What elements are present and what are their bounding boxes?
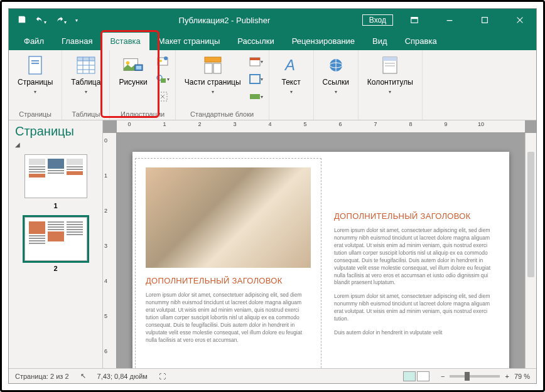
doc-heading-1: ДОПОЛНИТЕЛЬНЫЙ ЗАГОЛОВОК bbox=[146, 275, 311, 287]
table-label: Таблица bbox=[71, 78, 100, 87]
zoom-in-button[interactable]: + bbox=[505, 373, 509, 380]
doc-body-2: Lorem ipsum dolor sit amet, consectetuer… bbox=[334, 227, 499, 287]
group-links-label bbox=[319, 117, 353, 120]
svg-rect-25 bbox=[205, 63, 212, 73]
headerfooter-label: Колонтитулы bbox=[367, 78, 413, 87]
zoom-out-button[interactable]: − bbox=[441, 373, 445, 380]
qat-customize-icon[interactable]: ▾ bbox=[75, 18, 78, 23]
doc-body-4: Duis autem dolor in hendrerit in vulputa… bbox=[334, 329, 499, 337]
tab-mailings[interactable]: Рассылки bbox=[229, 33, 283, 50]
headerfooter-button[interactable]: Колонтитулы ▾ bbox=[364, 53, 417, 97]
svg-text:A: A bbox=[284, 56, 295, 73]
cursor-icon: ↖ bbox=[80, 372, 86, 380]
doc-body-3: Lorem ipsum dolor sit amet, consectetuer… bbox=[334, 293, 499, 323]
svg-rect-17 bbox=[136, 66, 141, 70]
zoom-slider[interactable] bbox=[450, 375, 500, 378]
ribbon-display-icon[interactable] bbox=[401, 9, 428, 31]
pictures-label: Рисунки bbox=[119, 78, 147, 87]
svg-rect-3 bbox=[482, 18, 488, 23]
thumb-2-number: 2 bbox=[15, 265, 96, 272]
tab-file[interactable]: Файл bbox=[15, 33, 53, 50]
maximize-icon[interactable] bbox=[471, 9, 499, 31]
pictures-button[interactable]: Рисунки bbox=[115, 53, 151, 89]
redo-icon[interactable]: ▾ bbox=[55, 15, 67, 26]
scrollbar-vertical[interactable] bbox=[525, 133, 536, 368]
svg-rect-5 bbox=[31, 60, 39, 61]
svg-rect-22 bbox=[161, 78, 166, 83]
doc-heading-2: ДОПОЛНИТЕЛЬНЫЙ ЗАГОЛОВОК bbox=[334, 211, 499, 222]
document-page[interactable]: ДОПОЛНИТЕЛЬНЫЙ ЗАГОЛОВОК Lorem ipsum dol… bbox=[132, 152, 509, 368]
borders-button[interactable]: ▾ bbox=[249, 72, 264, 87]
svg-rect-13 bbox=[77, 57, 95, 61]
links-label: Ссылки bbox=[323, 78, 349, 87]
picture-placeholder-button[interactable] bbox=[155, 89, 170, 104]
ruler-vertical: 01234567 bbox=[103, 133, 117, 368]
shapes-button[interactable]: ▾ bbox=[155, 72, 170, 87]
svg-point-20 bbox=[164, 56, 168, 60]
svg-rect-4 bbox=[29, 56, 41, 74]
pages-label: Страницы bbox=[18, 78, 53, 87]
minimize-icon[interactable] bbox=[436, 9, 463, 31]
group-headerfooter-label bbox=[364, 117, 417, 120]
group-buildingblocks-label: Стандартные блоки bbox=[181, 109, 264, 120]
page-image bbox=[146, 167, 311, 268]
status-size-icon: ⛶ bbox=[159, 373, 166, 380]
view-spread-button[interactable] bbox=[417, 371, 429, 381]
tab-view[interactable]: Вид bbox=[364, 33, 396, 50]
svg-rect-2 bbox=[447, 20, 453, 21]
page-parts-icon bbox=[203, 55, 223, 75]
text-label: Текст bbox=[281, 78, 300, 87]
page-parts-button[interactable]: Части страницы ▾ bbox=[181, 53, 245, 97]
links-button[interactable]: Ссылки ▾ bbox=[319, 53, 353, 97]
svg-rect-24 bbox=[205, 57, 221, 62]
doc-body-1: Lorem ipsum dolor sit amet, consectetuer… bbox=[146, 292, 311, 344]
table-button[interactable]: Таблица ▾ bbox=[67, 53, 104, 97]
sidepanel-title: Страницы bbox=[15, 124, 96, 139]
tab-help[interactable]: Справка bbox=[396, 33, 446, 50]
svg-rect-6 bbox=[31, 63, 39, 64]
group-tables-label: Таблицы bbox=[67, 109, 104, 120]
save-icon[interactable] bbox=[18, 15, 26, 26]
signin-button[interactable]: Вход bbox=[362, 14, 393, 26]
table-icon bbox=[76, 55, 96, 75]
group-text-label bbox=[274, 117, 308, 120]
svg-rect-30 bbox=[250, 94, 260, 99]
group-illustrations-label: Иллюстрации bbox=[115, 109, 170, 120]
page-parts-label: Части страницы bbox=[185, 78, 241, 87]
text-icon: A bbox=[281, 55, 301, 75]
calendars-button[interactable]: ▾ bbox=[249, 54, 264, 69]
svg-point-19 bbox=[159, 60, 162, 62]
page-icon bbox=[25, 55, 45, 75]
group-pages-label: Страницы bbox=[14, 109, 57, 120]
tab-review[interactable]: Рецензирование bbox=[283, 33, 364, 50]
svg-rect-29 bbox=[250, 75, 260, 83]
page-thumbnail-1[interactable] bbox=[24, 154, 87, 198]
svg-rect-1 bbox=[411, 18, 418, 19]
status-page[interactable]: Страница: 2 из 2 bbox=[15, 373, 69, 380]
close-icon[interactable] bbox=[506, 9, 534, 31]
headerfooter-icon bbox=[380, 55, 400, 75]
svg-rect-36 bbox=[383, 57, 397, 61]
pages-button[interactable]: Страницы ▾ bbox=[14, 53, 57, 97]
tab-insert[interactable]: Вставка bbox=[101, 33, 149, 50]
thumb-1-number: 1 bbox=[15, 202, 96, 209]
page-thumbnail-2[interactable] bbox=[24, 217, 87, 261]
tab-home[interactable]: Главная bbox=[53, 33, 101, 50]
svg-rect-26 bbox=[213, 63, 221, 73]
undo-icon[interactable]: ▾ bbox=[35, 15, 46, 26]
pictures-icon bbox=[123, 55, 143, 75]
zoom-value[interactable]: 79 % bbox=[514, 373, 530, 380]
text-button[interactable]: A Текст ▾ bbox=[274, 53, 308, 97]
advertisements-button[interactable]: ▾ bbox=[249, 89, 264, 104]
tab-layout[interactable]: Макет страницы bbox=[149, 33, 229, 50]
online-pictures-button[interactable] bbox=[155, 54, 170, 69]
status-coords: 7,43; 0,84 дюйм bbox=[97, 373, 148, 380]
window-title: Публикация2 - Publisher bbox=[87, 16, 362, 25]
svg-rect-28 bbox=[250, 58, 260, 60]
sidepanel-collapse-icon[interactable]: ◢ bbox=[15, 141, 96, 148]
svg-point-15 bbox=[126, 61, 130, 65]
view-single-button[interactable] bbox=[403, 371, 416, 381]
links-icon bbox=[326, 55, 346, 75]
ruler-horizontal: 012345678910 bbox=[117, 120, 525, 133]
